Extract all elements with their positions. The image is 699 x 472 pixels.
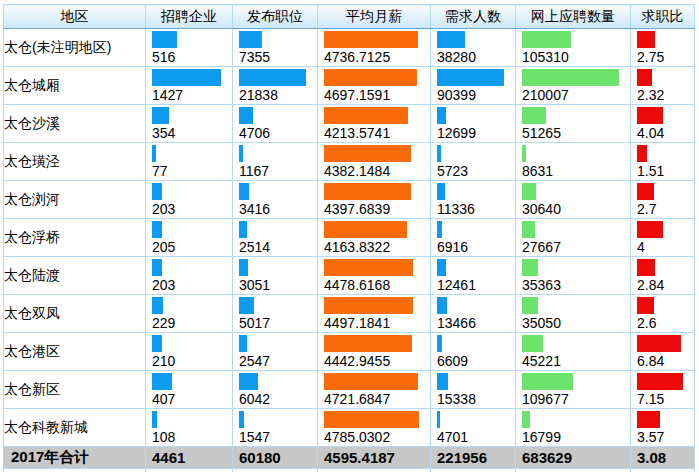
applications-value: 30640 xyxy=(522,200,619,218)
ratio-value: 3.57 xyxy=(637,428,683,446)
bar-wrap: 6042 xyxy=(239,373,306,408)
applications-cell: 45221 xyxy=(516,333,631,371)
bar-wrap: 354 xyxy=(152,107,221,142)
positions-cell: 1167 xyxy=(233,143,318,181)
demand-cell: 13466 xyxy=(431,295,516,333)
bar-wrap: 2.84 xyxy=(637,259,683,294)
bar-wrap: 6609 xyxy=(437,335,504,370)
bar-wrap: 108 xyxy=(152,411,221,446)
companies-cell: 516 xyxy=(146,29,233,67)
companies-value: 1427 xyxy=(152,86,221,104)
positions-bar xyxy=(239,145,243,162)
bar-wrap: 3416 xyxy=(239,183,306,218)
salary-bar xyxy=(324,373,418,390)
demand-cell: 4701 xyxy=(431,409,516,447)
demand-bar xyxy=(437,259,446,276)
salary-bar xyxy=(324,335,412,352)
empty-cell xyxy=(146,469,233,472)
demand-bar xyxy=(437,145,441,162)
demand-bar xyxy=(437,183,445,200)
applications-value: 8631 xyxy=(522,162,619,180)
demand-bar xyxy=(437,31,465,48)
applications-cell: 105310 xyxy=(516,29,631,67)
table-row: 太仓双凤22950174497.184113466350502.6 xyxy=(4,295,695,333)
bar-wrap: 12699 xyxy=(437,107,504,142)
bar-wrap: 4442.9455 xyxy=(324,335,419,370)
applications-bar xyxy=(522,183,536,200)
ratio-value: 6.84 xyxy=(637,352,683,370)
bar-wrap: 5017 xyxy=(239,297,306,332)
applications-bar xyxy=(522,373,573,390)
demand-value: 6916 xyxy=(437,238,504,256)
bar-wrap: 4213.5741 xyxy=(324,107,419,142)
positions-cell: 2547 xyxy=(233,333,318,371)
demand-bar xyxy=(437,373,448,390)
salary-value: 4721.6847 xyxy=(324,390,419,408)
empty-cell xyxy=(631,469,695,472)
companies-bar xyxy=(152,69,221,86)
companies-value: 210 xyxy=(152,352,221,370)
positions-cell: 6042 xyxy=(233,371,318,409)
companies-bar xyxy=(152,259,162,276)
applications-cell: 109677 xyxy=(516,371,631,409)
positions-value: 1167 xyxy=(239,162,306,180)
table-row: 太仓沙溪35447064213.574112699512654.04 xyxy=(4,105,695,143)
applications-bar xyxy=(522,411,530,428)
applications-cell: 27667 xyxy=(516,219,631,257)
table-row: 太仓科教新城10815474785.03024701167993.57 xyxy=(4,409,695,447)
region-cell: 太仓双凤 xyxy=(4,295,146,333)
region-cell: 太仓陆渡 xyxy=(4,257,146,295)
bar-wrap: 21838 xyxy=(239,69,306,104)
companies-bar xyxy=(152,411,157,428)
total-ratio: 3.08 xyxy=(631,447,695,469)
demand-bar xyxy=(437,335,442,352)
total-applications: 683629 xyxy=(516,447,631,469)
applications-bar xyxy=(522,69,619,86)
companies-value: 407 xyxy=(152,390,221,408)
salary-bar xyxy=(324,259,413,276)
bar-wrap: 13466 xyxy=(437,297,504,332)
companies-cell: 1427 xyxy=(146,67,233,105)
positions-value: 4706 xyxy=(239,124,306,142)
col-header-demand: 需求人数 xyxy=(431,5,516,29)
table-row: 太仓浮桥20525144163.83226916276674 xyxy=(4,219,695,257)
ratio-value: 2.84 xyxy=(637,276,683,294)
demand-cell: 5723 xyxy=(431,143,516,181)
companies-cell: 205 xyxy=(146,219,233,257)
companies-bar xyxy=(152,221,162,238)
demand-cell: 12461 xyxy=(431,257,516,295)
demand-cell: 6916 xyxy=(431,219,516,257)
table-row: 太仓璜泾7711674382.1484572386311.51 xyxy=(4,143,695,181)
companies-cell: 203 xyxy=(146,181,233,219)
region-cell: 太仓浏河 xyxy=(4,181,146,219)
bar-wrap: 1.51 xyxy=(637,145,683,180)
ratio-value: 2.75 xyxy=(637,48,683,66)
region-cell: 太仓新区 xyxy=(4,371,146,409)
demand-value: 12699 xyxy=(437,124,504,142)
positions-bar xyxy=(239,183,249,200)
companies-value: 203 xyxy=(152,200,221,218)
bar-wrap: 45221 xyxy=(522,335,619,370)
bar-wrap: 12461 xyxy=(437,259,504,294)
bar-wrap: 6916 xyxy=(437,221,504,256)
positions-bar xyxy=(239,259,248,276)
companies-value: 77 xyxy=(152,162,221,180)
applications-bar xyxy=(522,145,526,162)
companies-bar xyxy=(152,183,162,200)
bar-wrap: 407 xyxy=(152,373,221,408)
demand-cell: 12699 xyxy=(431,105,516,143)
demand-value: 15338 xyxy=(437,390,504,408)
bar-wrap: 4697.1591 xyxy=(324,69,419,104)
ratio-value: 2.7 xyxy=(637,200,683,218)
table-row: 太仓(未注明地区)51673554736.7125382801053102.75 xyxy=(4,29,695,67)
bar-wrap: 229 xyxy=(152,297,221,332)
demand-cell: 38280 xyxy=(431,29,516,67)
salary-bar xyxy=(324,107,408,124)
ratio-value: 1.51 xyxy=(637,162,683,180)
applications-value: 27667 xyxy=(522,238,619,256)
total-row: 2017年合计 4461 60180 4595.4187 221956 6836… xyxy=(4,447,695,469)
salary-value: 4497.1841 xyxy=(324,314,419,332)
positions-bar xyxy=(239,335,247,352)
demand-value: 6609 xyxy=(437,352,504,370)
bar-wrap: 2.75 xyxy=(637,31,683,66)
